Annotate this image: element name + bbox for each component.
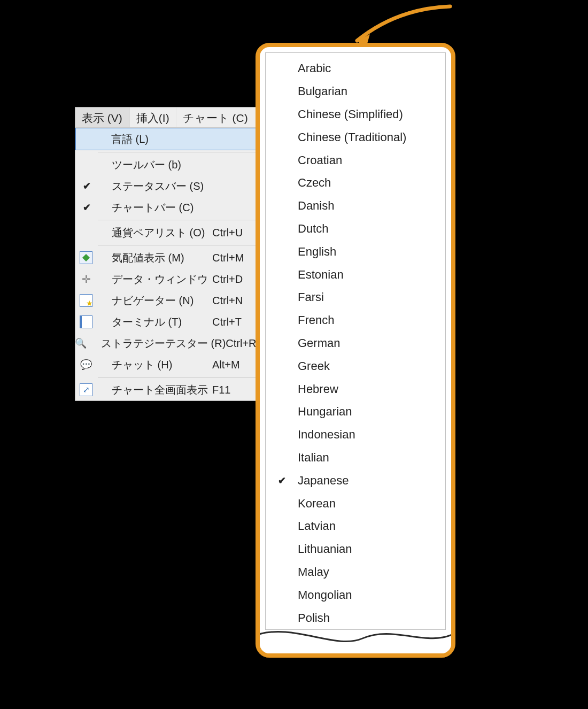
language-item-label: Chinese (Traditional) xyxy=(298,130,440,144)
language-item[interactable]: Italian xyxy=(266,446,445,469)
menu-item-shortcut: Ctrl+D xyxy=(212,273,255,286)
language-item-check: ✔ xyxy=(266,475,298,487)
menu-item-label: チャートバー (C) xyxy=(98,201,212,215)
nav-icon xyxy=(80,294,92,307)
language-item[interactable]: Czech xyxy=(266,172,445,195)
language-item[interactable]: Estonian xyxy=(266,263,445,286)
language-item[interactable]: French xyxy=(266,309,445,332)
language-item[interactable]: English xyxy=(266,240,445,263)
menu-item-label: ツールバー (b) xyxy=(98,158,212,172)
menubar-item[interactable]: 挿入(I) xyxy=(129,107,176,127)
view-menu-window: 表示 (V)挿入(I)チャート (C) 言語 (L)ツールバー (b)✔ステータ… xyxy=(75,107,262,401)
menu-item-label: 通貨ペアリスト (O) xyxy=(98,226,212,240)
menu-item-label: 言語 (L) xyxy=(98,132,212,147)
menu-item-check: ✔ xyxy=(75,202,98,213)
menu-item[interactable]: ツールバー (b) xyxy=(75,154,261,175)
language-item-label: Indonesian xyxy=(298,428,440,442)
menu-item[interactable]: データ・ウィンドウCtrl+D xyxy=(75,268,261,290)
language-item[interactable]: Malay xyxy=(266,561,445,584)
language-item[interactable]: Chinese (Simplified) xyxy=(266,103,445,126)
language-item[interactable]: Hebrew xyxy=(266,377,445,400)
menu-item[interactable]: 通貨ペアリスト (O)Ctrl+U xyxy=(75,222,261,243)
menu-separator xyxy=(98,220,258,220)
language-item-label: Italian xyxy=(298,451,440,465)
menu-item-shortcut: Ctrl+U xyxy=(212,227,255,239)
crosshair-icon xyxy=(80,273,92,286)
menu-item-shortcut: Alt+M xyxy=(212,359,255,371)
menu-item[interactable]: ナビゲーター (N)Ctrl+N xyxy=(75,290,261,311)
menu-item[interactable]: 言語 (L) xyxy=(75,128,261,150)
market-icon xyxy=(80,251,92,264)
language-item-label: Greek xyxy=(298,359,440,373)
language-item[interactable]: Latvian xyxy=(266,515,445,538)
language-item[interactable]: Korean xyxy=(266,492,445,515)
menu-item-label: データ・ウィンドウ xyxy=(98,272,212,287)
language-item[interactable]: Bulgarian xyxy=(266,80,445,103)
menubar-item-label: チャート (C) xyxy=(183,112,248,124)
full-icon xyxy=(80,383,92,396)
chat-icon xyxy=(80,358,92,371)
language-item-label: Lithuanian xyxy=(298,542,440,556)
menu-item[interactable]: ターミナル (T)Ctrl+T xyxy=(75,311,261,333)
language-item-label: Chinese (Simplified) xyxy=(298,107,440,121)
menu-item-check: ✔ xyxy=(75,180,98,192)
language-item[interactable]: Croatian xyxy=(266,149,445,172)
menu-item-shortcut: Ctrl+R xyxy=(226,337,256,350)
menu-item-label: 気配値表示 (M) xyxy=(98,251,212,265)
language-item[interactable]: German xyxy=(266,332,445,355)
menu-item-icon-slot xyxy=(75,294,98,307)
language-item-label: Mongolian xyxy=(298,588,440,602)
language-item[interactable]: Arabic xyxy=(266,57,445,80)
checkmark-icon: ✔ xyxy=(83,180,91,192)
language-item-label: Hebrew xyxy=(298,382,440,396)
menu-item[interactable]: ストラテジーテスター (R)Ctrl+R xyxy=(75,333,261,354)
menu-item-icon-slot xyxy=(75,337,87,350)
language-item[interactable]: Lithuanian xyxy=(266,538,445,561)
language-item-label: Dutch xyxy=(298,222,440,236)
tester-icon xyxy=(74,337,87,350)
language-item-label: Farsi xyxy=(298,290,440,304)
language-item-label: Bulgarian xyxy=(298,84,440,98)
language-item[interactable]: Polish xyxy=(266,606,445,629)
language-item[interactable]: Farsi xyxy=(266,286,445,309)
language-item-label: Danish xyxy=(298,199,440,213)
menu-item-icon-slot xyxy=(75,358,98,371)
menu-item[interactable]: 気配値表示 (M)Ctrl+M xyxy=(75,247,261,268)
terminal-icon xyxy=(80,315,92,328)
menu-item[interactable]: ✔ステータスバー (S) xyxy=(75,175,261,197)
menu-item-shortcut: Ctrl+T xyxy=(212,316,255,328)
language-item-label: Latvian xyxy=(298,519,440,533)
language-item[interactable]: Greek xyxy=(266,354,445,377)
language-item-label: Polish xyxy=(298,611,440,625)
language-item[interactable]: Indonesian xyxy=(266,423,445,446)
language-item[interactable]: Dutch xyxy=(266,218,445,241)
checkmark-icon: ✔ xyxy=(83,202,91,213)
language-item-label: German xyxy=(298,336,440,350)
menu-item-icon-slot xyxy=(75,273,98,286)
menubar-item[interactable]: 表示 (V) xyxy=(75,107,129,127)
language-item[interactable]: Hungarian xyxy=(266,400,445,423)
menu-item-shortcut: Ctrl+M xyxy=(212,252,255,264)
language-submenu-callout: ArabicBulgarianChinese (Simplified)Chine… xyxy=(256,43,455,658)
checkmark-icon: ✔ xyxy=(278,475,286,487)
language-item-label: Croatian xyxy=(298,153,440,167)
language-item-label: Korean xyxy=(298,497,440,511)
language-item-label: Japanese xyxy=(298,474,440,488)
language-item[interactable]: ✔Japanese xyxy=(266,469,445,492)
menu-item-icon-slot xyxy=(75,383,98,396)
menu-item-shortcut: F11 xyxy=(212,384,255,396)
menu-item[interactable]: チャート全画面表示F11 xyxy=(75,379,261,400)
language-item-label: English xyxy=(298,245,440,259)
language-item[interactable]: Chinese (Traditional) xyxy=(266,126,445,149)
menu-item-icon-slot xyxy=(75,251,98,264)
menu-item[interactable]: ✔チャートバー (C) xyxy=(75,197,261,218)
language-item[interactable]: Mongolian xyxy=(266,583,445,606)
menu-item-label: ステータスバー (S) xyxy=(98,179,212,194)
language-item[interactable]: Danish xyxy=(266,195,445,218)
menubar-item[interactable]: チャート (C) xyxy=(176,107,254,127)
language-item-label: Czech xyxy=(298,176,440,190)
menu-item-label: ストラテジーテスター (R) xyxy=(87,336,226,351)
menu-separator xyxy=(98,152,258,152)
language-item-label: French xyxy=(298,313,440,327)
menu-item[interactable]: チャット (H)Alt+M xyxy=(75,354,261,375)
